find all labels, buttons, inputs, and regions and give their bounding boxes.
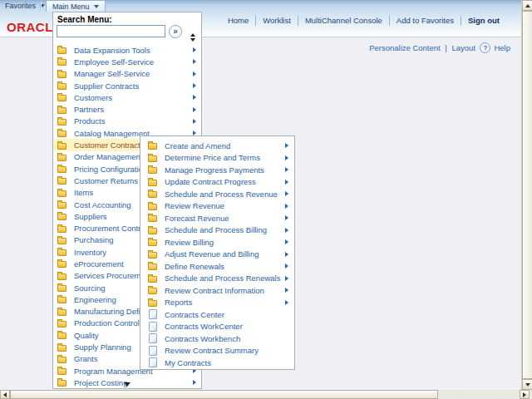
layout-link[interactable]: Layout [451,43,475,52]
submenu-arrow-icon [285,276,288,281]
submenu-item-schedule-and-process-renewals[interactable]: Schedule and Process Renewals [140,273,294,285]
menu-scroll-down-icon[interactable] [124,382,131,387]
submenu-item-review-billing[interactable]: Review Billing [140,236,294,249]
submenu-item-schedule-and-process-billing[interactable]: Schedule and Process Billing [140,224,294,237]
horizontal-scrollbar[interactable] [0,390,530,399]
header-link-worklist[interactable]: Worklist [255,16,298,26]
search-menu-label: Search Menu: [57,15,112,24]
menu-item-partners[interactable]: Partners [53,103,201,115]
submenu-item-schedule-and-process-revenue[interactable]: Schedule and Process Revenue [140,188,294,200]
left-arrow-icon [3,392,7,397]
document-icon [149,346,157,356]
menu-item-label: eProcurement [74,259,124,268]
submenu-item-label: Review Billing [165,238,214,247]
help-link[interactable]: ? Help [480,42,510,53]
menu-item-data-expansion-tools[interactable]: Data Expansion Tools [53,44,201,56]
submenu-item-manage-progress-payments[interactable]: Manage Progress Payments [140,164,294,176]
scroll-up-icon [190,33,195,37]
menu-item-label: Products [74,116,106,126]
submenu-item-define-renewals[interactable]: Define Renewals [140,260,294,273]
scrollbar-up-button[interactable] [522,0,532,11]
folder-icon [148,167,157,174]
topbar-divider [40,2,41,10]
vertical-scrollbar-thumb[interactable] [522,11,532,379]
submenu-item-review-contract-summary[interactable]: Review Contract Summary [140,345,294,357]
menu-item-label: Data Expansion Tools [74,46,150,55]
submenu-item-label: Schedule and Process Renewals [165,273,280,283]
folder-icon [148,239,157,246]
folder-icon [57,261,66,268]
submenu-item-label: Contracts Workbench [165,334,240,343]
folder-icon [57,321,66,328]
personalize-content-link[interactable]: Personalize Content [369,43,441,52]
help-label: Help [494,43,510,52]
submenu-list: Create and AmendDetermine Price and Term… [140,140,294,369]
menu-item-label: Customers [74,93,112,102]
folder-icon [148,204,157,210]
submenu-item-review-revenue[interactable]: Review Revenue [140,200,294,213]
submenu-item-create-and-amend[interactable]: Create and Amend [140,140,294,152]
submenu-item-update-contract-progress[interactable]: Update Contract Progress [140,176,294,189]
scrollbar-right-button[interactable] [520,390,530,399]
menu-item-label: Inventory [74,248,106,257]
folder-icon [57,190,66,197]
submenu-item-label: Schedule and Process Revenue [165,190,278,199]
submenu-arrow-icon [285,264,288,268]
submenu-item-forecast-revenue[interactable]: Forecast Revenue [140,212,294,224]
folder-icon [148,228,157,234]
folder-icon [57,143,66,150]
submenu-arrow-icon [285,204,288,209]
menu-item-label: Project Costing [74,378,127,387]
folder-icon [57,214,66,220]
submenu-item-contracts-workcenter[interactable]: Contracts WorkCenter [140,321,294,333]
caret-down-icon [94,5,99,8]
submenu-item-adjust-revenue-and-billing[interactable]: Adjust Revenue and Billing [140,249,294,261]
menu-scroll-spinner[interactable] [190,33,195,42]
scrollbar-left-button[interactable] [0,390,10,399]
menu-item-manager-self-service[interactable]: Manager Self-Service [53,68,201,80]
submenu-item-label: Review Contract Summary [165,346,259,355]
search-menu-input[interactable] [57,25,165,37]
header-link-multichannel-console[interactable]: MultiChannel Console [298,16,389,26]
submenu-item-label: Adjust Revenue and Billing [165,249,259,259]
header-link-sign-out[interactable]: Sign out [461,16,506,26]
folder-icon [57,357,66,363]
favorites-label: Favorites [5,2,36,10]
search-go-button[interactable]: » [169,25,182,38]
horizontal-scrollbar-thumb[interactable] [10,390,438,399]
scrollbar-down-button[interactable] [522,379,532,390]
header-link-add-to-favorites[interactable]: Add to Favorites [389,16,461,26]
main-menu-label: Main Menu [52,2,90,11]
vertical-scrollbar[interactable] [521,0,532,390]
submenu-item-determine-price-and-terms[interactable]: Determine Price and Terms [140,152,294,165]
folder-icon [57,380,66,387]
submenu-arrow-icon [285,155,288,160]
folder-icon [148,264,157,270]
menu-item-products[interactable]: Products [53,116,201,127]
down-arrow-icon [525,383,530,387]
header-link-home[interactable]: Home [221,16,255,26]
personalize-divider: | [442,43,449,52]
favorites-menu-button[interactable]: Favorites [5,0,45,12]
submenu-item-label: Review Contract Information [165,286,264,295]
menu-item-customers[interactable]: Customers [53,91,201,103]
submenu-arrow-icon [193,47,196,52]
menu-item-employee-self-service[interactable]: Employee Self-Service [53,56,201,67]
main-menu-button[interactable]: Main Menu [46,0,106,12]
submenu-item-contracts-center[interactable]: Contracts Center [140,308,294,321]
folder-icon [57,119,66,126]
submenu-item-reports[interactable]: Reports [140,297,294,309]
menu-item-label: Quality [74,331,99,340]
menu-item-supplier-contracts[interactable]: Supplier Contracts [53,80,201,91]
folder-icon [57,273,66,280]
help-icon: ? [480,42,490,53]
folder-icon [148,215,157,222]
submenu-item-contracts-workbench[interactable]: Contracts Workbench [140,332,294,345]
menu-item-label: Customer Returns [74,176,138,185]
submenu-arrow-icon [285,167,288,172]
submenu-item-review-contract-information[interactable]: Review Contract Information [140,284,294,297]
submenu-arrow-icon [193,380,196,385]
submenu-item-my-contracts[interactable]: My Contracts [140,357,294,369]
folder-icon [148,143,157,150]
folder-icon [57,202,66,209]
